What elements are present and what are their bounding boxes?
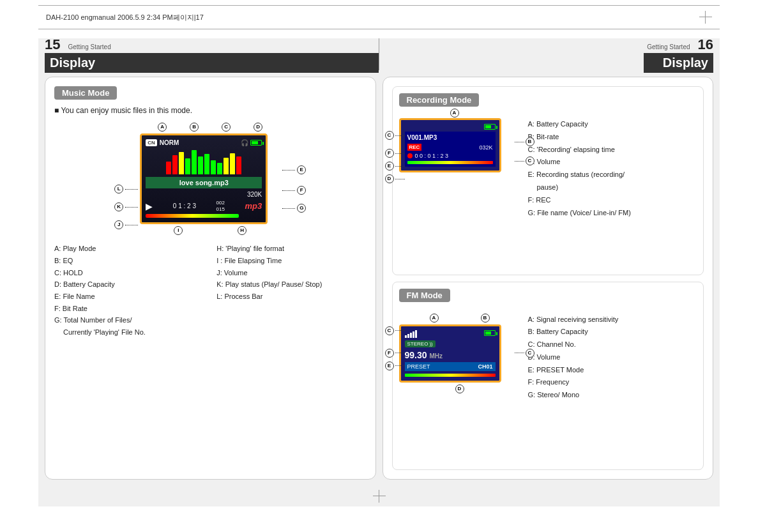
label-J: J (114, 220, 123, 229)
norm-text: NORM (160, 139, 179, 146)
music-device-wrapper: A B C D CN NORM (140, 123, 280, 235)
bitrate-row: 320K (146, 191, 262, 198)
label-I-bottom: I (174, 226, 183, 235)
print-header: DAH-2100 engmanual 2006.5.9 2:34 PM페이지|1… (38, 5, 720, 29)
eq-bar-10 (224, 158, 229, 174)
music-device-screen: CN NORM 🎧 (140, 133, 268, 224)
left-page-header: 15 Getting Started Display (38, 38, 379, 70)
rec-desc-B: B: Bit-rate (528, 131, 697, 144)
fm-label-C2: C (526, 349, 534, 358)
desc-J: J: Volume (216, 267, 366, 279)
file-num-text2: 015 (216, 206, 225, 213)
desc-B: B: EQ (54, 255, 204, 267)
play-row: ▶ 0 1 : 2 3 002 015 mp3 (146, 200, 262, 212)
music-mode-badge: Music Mode (54, 86, 117, 100)
sig-bar-4 (413, 331, 414, 338)
music-mode-intro: You can enjoy music files in this mode. (54, 106, 367, 115)
desc-C: C: HOLD (54, 267, 204, 279)
rec-desc-E2: pause) (528, 181, 697, 194)
eq-bar-9 (217, 163, 222, 174)
desc-left-col: A: Play Mode B: EQ C: HOLD D: Battery Ca… (54, 243, 204, 338)
desc-H: H: 'Playing' file format (216, 243, 366, 255)
fm-label-C-left: C (385, 326, 405, 335)
fm-desc-E: E: PRESET Mode (528, 364, 697, 377)
music-desc-list: A: Play Mode B: EQ C: HOLD D: Battery Ca… (54, 243, 367, 338)
volume-bar (146, 214, 239, 218)
fm-label-E-left: E (385, 361, 405, 370)
fm-screen-header (405, 330, 496, 338)
label-K-left: K (114, 202, 138, 211)
rec-desc-D: D: Volume (528, 156, 697, 169)
eq-bar-1 (166, 162, 171, 174)
fm-label-C: C (385, 326, 394, 335)
eq-bar-3 (179, 152, 184, 174)
fm-mode-badge: FM Mode (399, 289, 450, 302)
fm-preset-row: PRESET CH01 (405, 362, 496, 371)
fm-desc-B: B: Battery Capacity (528, 326, 697, 338)
bottom-crosshair-row (38, 486, 720, 506)
left-page-number: 15 (45, 36, 60, 53)
right-side-labels: E F (282, 165, 306, 195)
desc-L: L: Process Bar (216, 291, 366, 303)
label-D-top: D (254, 123, 262, 132)
rec-label-C-right: C (515, 156, 534, 165)
stereo-waves: )) (429, 341, 432, 347)
top-labels-row: A B C D (146, 123, 274, 132)
rec-label-C2: C (526, 156, 534, 165)
label-H-bottom: H (238, 226, 246, 235)
label-F: F (297, 186, 306, 195)
time-text: 0 1 : 2 3 (173, 202, 196, 209)
eq-bar-11 (230, 153, 235, 174)
fm-screen: STEREO )) 99.30 MHz PRESE (399, 324, 501, 383)
eq-bar-7 (204, 154, 209, 174)
fm-freq-value: 99.30 (405, 350, 427, 360)
sig-bar-5 (415, 330, 417, 338)
fm-mhz: MHz (429, 353, 443, 360)
label-K: K (114, 202, 123, 211)
eq-bar-5 (192, 150, 197, 174)
dotline-F (282, 190, 295, 191)
label-L-left: L (114, 185, 138, 194)
recording-mode-content: A V001.MP3 (399, 118, 697, 219)
desc-right-col: H: 'Playing' file format I : File Elapsi… (216, 243, 366, 338)
volume-bar-row (146, 213, 262, 218)
sig-bar-2 (407, 334, 409, 338)
file-num-container: 002 015 (216, 200, 225, 212)
fm-mode-content: A B (399, 314, 697, 402)
bitrate-text: 320K (247, 191, 262, 198)
bottom-labels-row: I H (146, 226, 274, 235)
rec-label-B: B (526, 137, 534, 146)
desc-I: I : File Elapsing Time (216, 255, 366, 267)
label-G-right: G (282, 204, 306, 213)
fm-channel-text: CH01 (478, 363, 492, 370)
fm-label-E: E (385, 361, 394, 370)
fm-label-F: F (385, 349, 394, 358)
desc-K: K: Play status (Play/ Pause/ Stop) (216, 278, 366, 291)
fm-screen-wrapper: A B (399, 314, 520, 393)
stereo-text: STEREO (407, 341, 428, 347)
rec-desc-E: E: Recording status (recording/ (528, 169, 697, 181)
song-name: love song.mp3 (146, 177, 262, 188)
fm-label-D-bottom: D (399, 384, 520, 393)
rec-label-F-left: F (385, 149, 405, 158)
label-G: G (297, 204, 306, 213)
rec-label-D: D (385, 174, 394, 183)
right-display-title: Display (644, 53, 713, 73)
mp3-text: mp3 (245, 201, 262, 211)
page-header: 15 Getting Started Display Getting Start… (38, 38, 720, 70)
rec-battery-fill (485, 125, 492, 128)
recording-screen: V001.MP3 REC 032K 0 0 : 0 1 : 2 3 (399, 118, 501, 172)
fm-preset-text: PRESET (407, 363, 430, 370)
fm-frequency: 99.30 MHz (405, 350, 496, 360)
rec-desc-C: C: 'Recording' elapsing time (528, 144, 697, 156)
fm-battery-icon (484, 330, 496, 336)
dotline-E (282, 170, 295, 171)
label-E: E (297, 165, 306, 174)
fm-desc: A: Signal receiving sensitivity B: Batte… (528, 314, 697, 402)
label-L: L (114, 185, 123, 194)
rec-desc-A: A: Battery Capacity (528, 118, 697, 131)
fm-label-D: D (455, 384, 464, 393)
fm-vol-bar (405, 374, 496, 377)
columns-container: Music Mode You can enjoy music files in … (38, 70, 720, 486)
fm-label-A-top: A (430, 314, 439, 323)
